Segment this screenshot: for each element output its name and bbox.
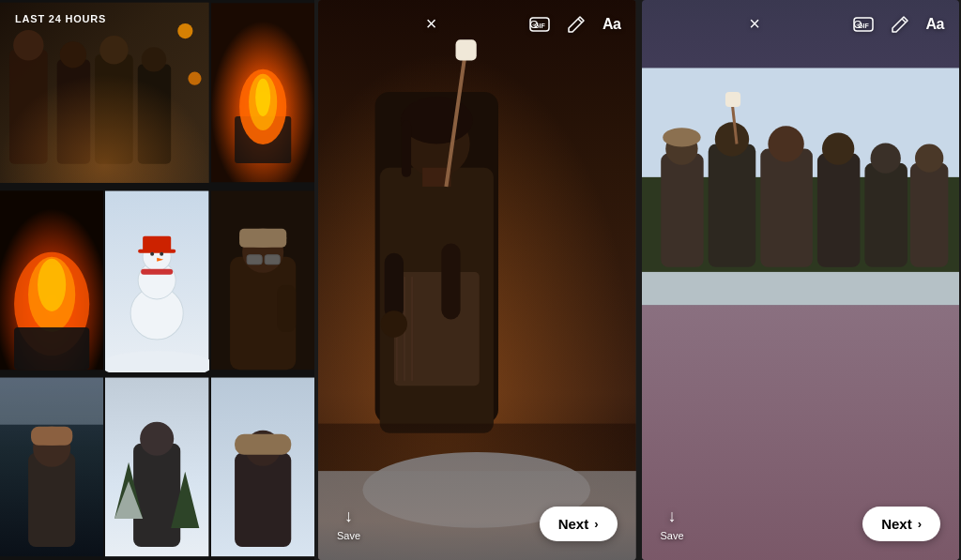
svg-rect-69 [402, 120, 411, 177]
gallery-cell-selfie[interactable] [211, 188, 314, 373]
story1-close-icon[interactable]: × [333, 13, 529, 35]
story1-next-label: Next [558, 516, 589, 532]
gallery-cell-snowman[interactable] [105, 188, 208, 373]
story2-gif-icon[interactable]: GIF [853, 14, 874, 35]
story2-close-area[interactable]: × [657, 13, 853, 35]
story1-close-area[interactable]: × [333, 13, 529, 35]
svg-rect-96 [760, 149, 813, 267]
svg-rect-74 [385, 253, 404, 320]
gallery-cell-snow-trees[interactable] [211, 374, 314, 560]
svg-point-110 [858, 23, 859, 23]
story1-text-icon[interactable]: Aa [603, 16, 620, 33]
story2-next-chevron: › [918, 517, 922, 531]
svg-point-11 [188, 72, 201, 85]
story1-next-chevron: › [594, 517, 598, 531]
svg-point-17 [255, 79, 270, 116]
svg-rect-39 [239, 228, 286, 247]
svg-line-84 [578, 19, 582, 23]
svg-rect-42 [277, 285, 296, 332]
svg-point-93 [714, 122, 748, 156]
story1-save-label: Save [337, 530, 360, 541]
svg-rect-29 [138, 249, 175, 252]
svg-point-51 [140, 422, 174, 456]
svg-rect-63 [394, 272, 480, 386]
gallery-cell-forest[interactable] [0, 374, 103, 560]
svg-rect-92 [708, 144, 755, 267]
story2-next-label: Next [881, 516, 912, 532]
svg-point-30 [150, 251, 154, 255]
story2-next-button[interactable]: Next › [862, 507, 940, 541]
gallery-header-label: LAST 24 HOURS [0, 0, 121, 34]
svg-rect-98 [816, 154, 859, 267]
svg-point-31 [160, 251, 164, 255]
svg-rect-41 [265, 254, 280, 264]
story1-toolbar: × GIF Aa [318, 0, 636, 48]
svg-rect-47 [31, 427, 72, 446]
svg-rect-28 [143, 235, 171, 250]
story2-toolbar-right: GIF Aa [853, 14, 944, 35]
story1-pen-icon[interactable] [567, 15, 586, 34]
story2-save-label: Save [661, 530, 684, 541]
svg-rect-89 [661, 154, 703, 267]
story2-save-button[interactable]: ↓ Save [661, 507, 684, 541]
story1-gif-icon[interactable]: GIF [529, 14, 550, 35]
gallery-grid [0, 0, 314, 560]
svg-point-99 [821, 132, 853, 164]
svg-rect-50 [133, 444, 180, 547]
svg-point-34 [105, 351, 208, 373]
story1-save-icon: ↓ [344, 507, 353, 526]
svg-rect-100 [864, 163, 907, 267]
gallery-cell-snow-scene[interactable] [105, 374, 208, 560]
story2-toolbar: × GIF Aa [642, 0, 960, 48]
story2-pen-icon[interactable] [891, 15, 909, 34]
svg-point-109 [856, 23, 857, 23]
gallery-panel: LAST 24 HOURS [0, 0, 314, 560]
story1-bottom-bar: ↓ Save Next › [318, 492, 636, 560]
svg-rect-73 [441, 244, 460, 320]
svg-point-75 [381, 310, 407, 337]
svg-point-82 [533, 23, 534, 23]
svg-point-91 [663, 128, 700, 146]
svg-point-101 [870, 143, 900, 173]
svg-rect-58 [235, 434, 291, 455]
gallery-cell-campfire-right[interactable] [211, 0, 314, 186]
svg-point-10 [177, 23, 192, 38]
story2-bottom-bar: ↓ Save Next › [642, 492, 960, 560]
svg-rect-33 [141, 268, 173, 274]
story2-photo-area [642, 0, 960, 560]
svg-rect-102 [909, 163, 947, 267]
svg-point-103 [915, 144, 943, 173]
story2-save-icon: ↓ [668, 507, 677, 526]
svg-rect-66 [411, 277, 413, 381]
svg-rect-48 [0, 378, 103, 425]
svg-line-111 [902, 19, 906, 23]
svg-rect-23 [14, 327, 89, 370]
svg-rect-40 [247, 254, 262, 264]
svg-point-68 [401, 97, 473, 144]
story1-save-button[interactable]: ↓ Save [337, 507, 360, 541]
story-panel-1: × GIF Aa [318, 0, 636, 560]
svg-rect-104 [642, 272, 960, 305]
story1-toolbar-right: GIF Aa [529, 14, 620, 35]
gallery-cell-campfire-large[interactable] [0, 188, 103, 373]
svg-rect-56 [235, 453, 291, 547]
story2-close-icon[interactable]: × [657, 13, 853, 35]
svg-point-83 [534, 23, 535, 23]
svg-point-22 [38, 258, 66, 310]
svg-rect-95 [725, 92, 740, 107]
story1-next-button[interactable]: Next › [540, 507, 618, 541]
story-panel-2: × GIF Aa [642, 0, 960, 560]
story2-text-icon[interactable]: Aa [926, 16, 944, 33]
story1-photo-area [318, 0, 636, 560]
svg-point-97 [768, 126, 803, 161]
